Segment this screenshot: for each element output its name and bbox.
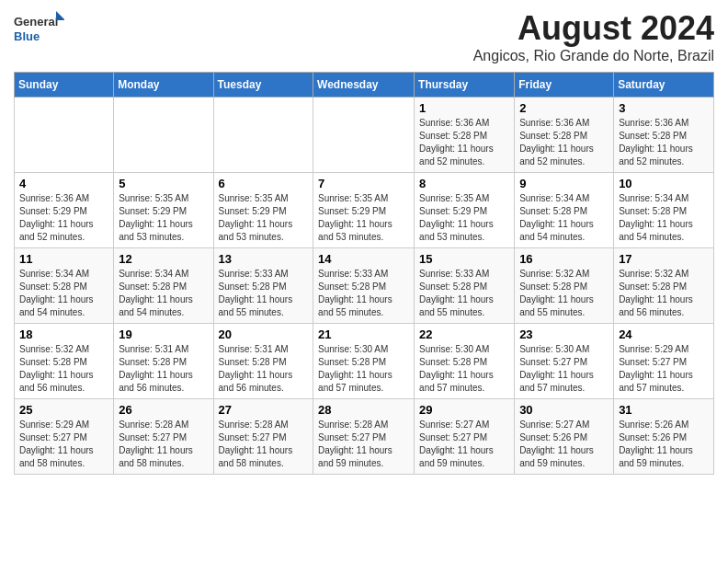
day-number: 23 — [519, 327, 609, 341]
day-number: 25 — [19, 403, 108, 417]
title-area: August 2024 Angicos, Rio Grande do Norte… — [473, 9, 714, 64]
day-info: Sunrise: 5:35 AM Sunset: 5:29 PM Dayligh… — [219, 192, 309, 244]
day-cell: 5Sunrise: 5:35 AM Sunset: 5:29 PM Daylig… — [114, 173, 213, 248]
day-cell: 9Sunrise: 5:34 AM Sunset: 5:28 PM Daylig… — [515, 173, 614, 248]
col-header-tuesday: Tuesday — [213, 73, 313, 98]
day-cell: 11Sunrise: 5:34 AM Sunset: 5:28 PM Dayli… — [15, 248, 114, 324]
day-cell: 18Sunrise: 5:32 AM Sunset: 5:28 PM Dayli… — [15, 324, 114, 399]
svg-marker-2 — [56, 11, 64, 20]
col-header-monday: Monday — [114, 73, 213, 98]
day-info: Sunrise: 5:28 AM Sunset: 5:27 PM Dayligh… — [119, 419, 208, 470]
header-row: SundayMondayTuesdayWednesdayThursdayFrid… — [15, 73, 714, 98]
day-cell: 15Sunrise: 5:33 AM Sunset: 5:28 PM Dayli… — [415, 248, 515, 324]
day-cell: 2Sunrise: 5:36 AM Sunset: 5:28 PM Daylig… — [515, 98, 614, 173]
day-info: Sunrise: 5:33 AM Sunset: 5:28 PM Dayligh… — [318, 268, 409, 319]
day-cell: 16Sunrise: 5:32 AM Sunset: 5:28 PM Dayli… — [515, 248, 614, 324]
day-number: 10 — [619, 177, 709, 190]
day-cell: 20Sunrise: 5:31 AM Sunset: 5:28 PM Dayli… — [213, 324, 313, 399]
logo: General Blue — [14, 9, 64, 51]
day-number: 9 — [519, 177, 609, 190]
day-info: Sunrise: 5:30 AM Sunset: 5:27 PM Dayligh… — [519, 343, 609, 395]
day-number: 31 — [619, 403, 709, 417]
week-row-2: 4Sunrise: 5:36 AM Sunset: 5:29 PM Daylig… — [15, 173, 714, 248]
col-header-friday: Friday — [515, 73, 614, 98]
header: General Blue August 2024 Angicos, Rio Gr… — [14, 9, 714, 64]
day-info: Sunrise: 5:26 AM Sunset: 5:26 PM Dayligh… — [619, 419, 709, 470]
day-number: 27 — [219, 403, 309, 417]
day-info: Sunrise: 5:33 AM Sunset: 5:28 PM Dayligh… — [219, 268, 309, 319]
col-header-thursday: Thursday — [415, 73, 515, 98]
day-info: Sunrise: 5:36 AM Sunset: 5:28 PM Dayligh… — [419, 117, 509, 168]
day-cell: 31Sunrise: 5:26 AM Sunset: 5:26 PM Dayli… — [614, 399, 714, 475]
day-info: Sunrise: 5:34 AM Sunset: 5:28 PM Dayligh… — [519, 192, 609, 244]
day-number: 29 — [419, 403, 509, 417]
day-cell: 1Sunrise: 5:36 AM Sunset: 5:28 PM Daylig… — [415, 98, 515, 173]
location-subtitle: Angicos, Rio Grande do Norte, Brazil — [473, 48, 714, 64]
day-info: Sunrise: 5:36 AM Sunset: 5:28 PM Dayligh… — [619, 117, 709, 168]
day-info: Sunrise: 5:36 AM Sunset: 5:29 PM Dayligh… — [19, 192, 108, 244]
day-number: 16 — [519, 252, 609, 266]
day-number: 13 — [219, 252, 309, 266]
day-number: 19 — [119, 327, 208, 341]
col-header-saturday: Saturday — [614, 73, 714, 98]
day-info: Sunrise: 5:30 AM Sunset: 5:28 PM Dayligh… — [318, 343, 409, 395]
day-info: Sunrise: 5:34 AM Sunset: 5:28 PM Dayligh… — [619, 192, 709, 244]
day-info: Sunrise: 5:30 AM Sunset: 5:28 PM Dayligh… — [419, 343, 509, 395]
day-info: Sunrise: 5:31 AM Sunset: 5:28 PM Dayligh… — [219, 343, 309, 395]
day-info: Sunrise: 5:32 AM Sunset: 5:28 PM Dayligh… — [519, 268, 609, 319]
day-number: 17 — [619, 252, 709, 266]
day-number: 20 — [219, 327, 309, 341]
day-cell — [114, 98, 213, 173]
day-cell: 7Sunrise: 5:35 AM Sunset: 5:29 PM Daylig… — [313, 173, 415, 248]
day-number: 11 — [19, 252, 108, 266]
day-cell: 22Sunrise: 5:30 AM Sunset: 5:28 PM Dayli… — [415, 324, 515, 399]
day-cell: 6Sunrise: 5:35 AM Sunset: 5:29 PM Daylig… — [213, 173, 313, 248]
day-cell: 27Sunrise: 5:28 AM Sunset: 5:27 PM Dayli… — [213, 399, 313, 475]
day-number: 22 — [419, 327, 509, 341]
day-cell: 4Sunrise: 5:36 AM Sunset: 5:29 PM Daylig… — [15, 173, 114, 248]
week-row-5: 25Sunrise: 5:29 AM Sunset: 5:27 PM Dayli… — [15, 399, 714, 475]
day-number: 18 — [19, 327, 108, 341]
col-header-sunday: Sunday — [15, 73, 114, 98]
day-cell: 30Sunrise: 5:27 AM Sunset: 5:26 PM Dayli… — [515, 399, 614, 475]
day-cell: 29Sunrise: 5:27 AM Sunset: 5:27 PM Dayli… — [415, 399, 515, 475]
day-number: 28 — [318, 403, 409, 417]
day-number: 12 — [119, 252, 208, 266]
day-info: Sunrise: 5:27 AM Sunset: 5:27 PM Dayligh… — [419, 419, 509, 470]
day-number: 6 — [219, 177, 309, 190]
day-info: Sunrise: 5:29 AM Sunset: 5:27 PM Dayligh… — [619, 343, 709, 395]
day-number: 4 — [19, 177, 108, 190]
day-number: 24 — [619, 327, 709, 341]
day-cell: 17Sunrise: 5:32 AM Sunset: 5:28 PM Dayli… — [614, 248, 714, 324]
day-info: Sunrise: 5:36 AM Sunset: 5:28 PM Dayligh… — [519, 117, 609, 168]
day-cell: 24Sunrise: 5:29 AM Sunset: 5:27 PM Dayli… — [614, 324, 714, 399]
month-title: August 2024 — [473, 9, 714, 48]
svg-text:Blue: Blue — [14, 29, 40, 43]
day-number: 5 — [119, 177, 208, 190]
day-cell — [213, 98, 313, 173]
day-cell: 12Sunrise: 5:34 AM Sunset: 5:28 PM Dayli… — [114, 248, 213, 324]
logo-svg: General Blue — [14, 9, 64, 51]
day-number: 7 — [318, 177, 409, 190]
day-number: 1 — [419, 101, 509, 115]
day-cell: 21Sunrise: 5:30 AM Sunset: 5:28 PM Dayli… — [313, 324, 415, 399]
day-info: Sunrise: 5:31 AM Sunset: 5:28 PM Dayligh… — [119, 343, 208, 395]
day-cell: 8Sunrise: 5:35 AM Sunset: 5:29 PM Daylig… — [415, 173, 515, 248]
day-info: Sunrise: 5:29 AM Sunset: 5:27 PM Dayligh… — [19, 419, 108, 470]
day-info: Sunrise: 5:35 AM Sunset: 5:29 PM Dayligh… — [419, 192, 509, 244]
day-info: Sunrise: 5:35 AM Sunset: 5:29 PM Dayligh… — [119, 192, 208, 244]
svg-text:General: General — [14, 15, 58, 29]
week-row-3: 11Sunrise: 5:34 AM Sunset: 5:28 PM Dayli… — [15, 248, 714, 324]
day-cell: 26Sunrise: 5:28 AM Sunset: 5:27 PM Dayli… — [114, 399, 213, 475]
day-info: Sunrise: 5:28 AM Sunset: 5:27 PM Dayligh… — [219, 419, 309, 470]
day-cell: 25Sunrise: 5:29 AM Sunset: 5:27 PM Dayli… — [15, 399, 114, 475]
day-info: Sunrise: 5:34 AM Sunset: 5:28 PM Dayligh… — [119, 268, 208, 319]
day-cell — [15, 98, 114, 173]
week-row-4: 18Sunrise: 5:32 AM Sunset: 5:28 PM Dayli… — [15, 324, 714, 399]
day-cell — [313, 98, 415, 173]
day-number: 30 — [519, 403, 609, 417]
col-header-wednesday: Wednesday — [313, 73, 415, 98]
day-cell: 14Sunrise: 5:33 AM Sunset: 5:28 PM Dayli… — [313, 248, 415, 324]
day-cell: 23Sunrise: 5:30 AM Sunset: 5:27 PM Dayli… — [515, 324, 614, 399]
day-info: Sunrise: 5:34 AM Sunset: 5:28 PM Dayligh… — [19, 268, 108, 319]
